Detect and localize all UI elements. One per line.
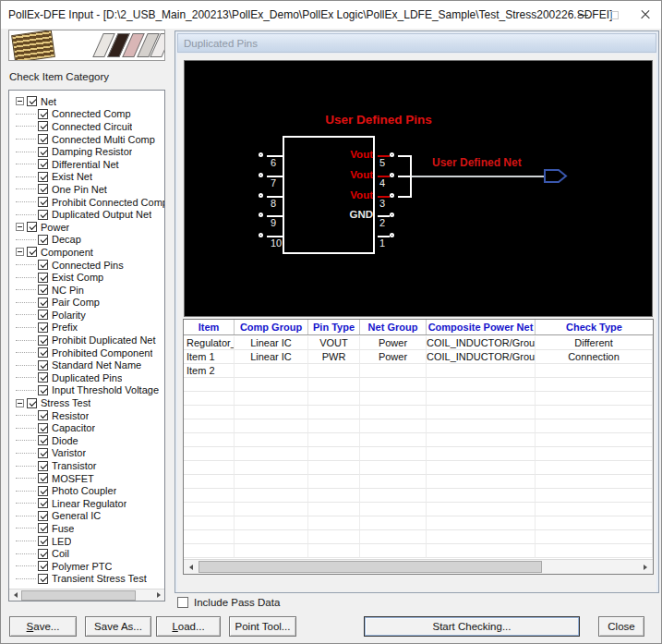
tree-item[interactable]: Capacitor [9, 421, 164, 434]
tree-checkbox[interactable] [38, 549, 48, 559]
tree-checkbox[interactable] [38, 561, 48, 571]
tree-checkbox[interactable] [38, 210, 48, 220]
tree-checkbox[interactable] [38, 260, 48, 270]
expander-icon[interactable] [16, 223, 24, 231]
tree-checkbox[interactable] [38, 310, 48, 320]
tree-horizontal-scrollbar[interactable] [9, 589, 164, 601]
tree-item[interactable]: Fuse [9, 522, 164, 535]
tree-checkbox[interactable] [38, 184, 48, 194]
tree-checkbox[interactable] [38, 347, 48, 358]
tree-item[interactable]: Polarity [9, 309, 164, 322]
tree-item[interactable]: Coil [9, 547, 164, 560]
expander-icon[interactable] [16, 97, 24, 105]
table-row[interactable] [184, 530, 653, 544]
tree-item[interactable]: Damping Resistor [9, 145, 164, 158]
column-header[interactable]: Composite Power Net [427, 320, 536, 334]
save-button[interactable]: Save... [9, 616, 77, 637]
tree-checkbox[interactable] [27, 222, 37, 232]
scroll-right-icon[interactable] [152, 589, 164, 601]
tree-item[interactable]: Component [9, 246, 164, 259]
table-row[interactable]: Item 2 [184, 364, 653, 378]
column-header[interactable]: Pin Type [308, 320, 360, 334]
minimize-button[interactable] [567, 1, 598, 29]
expander-icon[interactable] [16, 248, 24, 256]
scrollbar-thumb[interactable] [21, 590, 136, 601]
close-window-button[interactable] [630, 1, 661, 29]
tree-item[interactable]: Decap [9, 234, 164, 247]
tree-checkbox[interactable] [38, 486, 48, 496]
tree-checkbox[interactable] [38, 435, 48, 445]
column-header[interactable]: Item [184, 320, 235, 334]
tree-checkbox[interactable] [38, 172, 48, 182]
table-row[interactable] [184, 447, 653, 461]
tree-checkbox[interactable] [38, 410, 48, 420]
table-header-row[interactable]: ItemComp GroupPin TypeNet GroupComposite… [184, 320, 653, 335]
tree-item[interactable]: Polymer PTC [9, 560, 164, 573]
save-as-button[interactable]: Save As... [85, 616, 151, 637]
tree-item[interactable]: Duplicated Output Net [9, 208, 164, 221]
tree-item[interactable]: One Pin Net [9, 183, 164, 196]
tree-checkbox[interactable] [38, 322, 48, 333]
tree-checkbox[interactable] [38, 235, 48, 245]
tree-item[interactable]: Resistor [9, 409, 164, 422]
tree-item[interactable]: Connected Comp [9, 108, 164, 121]
inner-window-caption[interactable]: Duplicated Pins [177, 33, 656, 53]
table-row[interactable] [184, 392, 653, 406]
tree-checkbox[interactable] [38, 360, 48, 371]
tree-item[interactable]: Connected Circuit [9, 120, 164, 133]
tree-item[interactable]: LED [9, 535, 164, 548]
tree-checkbox[interactable] [38, 423, 48, 433]
scroll-left-icon[interactable] [184, 560, 199, 574]
scrollbar-thumb[interactable] [199, 561, 542, 573]
table-row[interactable] [184, 419, 653, 433]
table-row[interactable]: Regulator_VoutLinear ICVOUTPowerCOIL_IND… [184, 336, 653, 350]
tree-checkbox[interactable] [27, 398, 37, 408]
load-button[interactable]: Load... [156, 616, 221, 637]
table-row[interactable] [184, 378, 653, 392]
tree-item[interactable]: NC Pin [9, 284, 164, 297]
tree-checkbox[interactable] [38, 574, 48, 584]
tree-checkbox[interactable] [38, 372, 48, 383]
column-header[interactable]: Check Type [536, 320, 653, 334]
tree-checkbox[interactable] [38, 498, 48, 508]
tree-item[interactable]: Prohibited Component [9, 346, 164, 359]
close-button[interactable]: Close [598, 616, 644, 637]
tree-item[interactable]: Connected Multi Comp [9, 133, 164, 146]
table-row[interactable]: Item 1Linear ICPWRPowerCOIL_INDUCTOR/Gro… [184, 350, 653, 364]
tree-item[interactable]: Duplicated Pins [9, 371, 164, 384]
table-horizontal-scrollbar[interactable] [184, 559, 653, 574]
tree-checkbox[interactable] [38, 523, 48, 533]
tree-checkbox[interactable] [38, 511, 48, 521]
table-row[interactable] [184, 544, 653, 558]
tree-checkbox[interactable] [38, 335, 48, 346]
table-row[interactable] [184, 461, 653, 475]
scroll-right-icon[interactable] [638, 560, 653, 574]
tree-checkbox[interactable] [38, 109, 48, 119]
tree-item[interactable]: Prohibit Duplicated Net [9, 334, 164, 346]
tree-item[interactable]: Connected Pins [9, 259, 164, 272]
table-row[interactable] [184, 516, 653, 530]
tree-checkbox[interactable] [38, 473, 48, 483]
tree-checkbox[interactable] [38, 461, 48, 471]
start-checking-button[interactable]: Start Checking... [364, 616, 580, 637]
table-row[interactable] [184, 475, 653, 489]
tree-item[interactable]: Prohibit Connected Comp [9, 196, 164, 209]
tree-item[interactable]: Net [9, 95, 164, 108]
column-header[interactable]: Comp Group [235, 320, 308, 334]
tree-checkbox[interactable] [38, 385, 48, 395]
tree-checkbox[interactable] [38, 197, 48, 207]
tree-item[interactable]: Exist Comp [9, 271, 164, 284]
table-row[interactable] [184, 433, 653, 447]
table-row[interactable] [184, 503, 653, 516]
tree-item[interactable]: Differential Net [9, 158, 164, 171]
tree-checkbox[interactable] [38, 536, 48, 546]
column-header[interactable]: Net Group [360, 320, 427, 334]
tree-item[interactable]: Pair Comp [9, 297, 164, 310]
tree-item[interactable]: Photo Coupler [9, 484, 164, 497]
schematic-canvas[interactable]: User Defined Pins 6789105Vout4Vout3Vout2… [184, 60, 653, 317]
tree-checkbox[interactable] [27, 96, 37, 106]
include-pass-data-checkbox[interactable]: Include Pass Data [177, 597, 280, 608]
tree-checkbox[interactable] [38, 298, 48, 308]
tree-item[interactable]: MOSFET [9, 472, 164, 485]
table-row[interactable] [184, 489, 653, 503]
